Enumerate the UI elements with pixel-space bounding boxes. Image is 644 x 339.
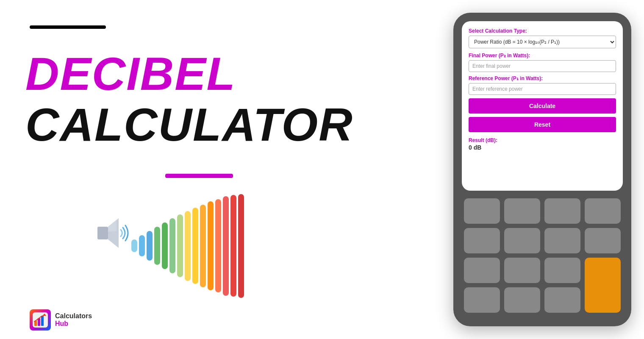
sound-bar-1 [139, 235, 145, 256]
key-7[interactable] [544, 228, 580, 253]
calculate-button[interactable]: Calculate [469, 98, 616, 114]
key-1[interactable] [464, 198, 500, 224]
sound-bars-container [131, 191, 244, 301]
final-power-input[interactable] [469, 60, 616, 72]
title-calculator: CALCULATOR [25, 97, 353, 151]
key-12[interactable] [464, 287, 500, 313]
calculator-device: Select Calculation Type: Power Ratio (dB… [453, 13, 631, 326]
key-13[interactable] [504, 287, 540, 313]
logo-icon [30, 309, 51, 331]
key-9[interactable] [464, 258, 500, 283]
sound-wave-illustration [93, 186, 339, 314]
logo-hub: Hub [55, 320, 92, 328]
svg-marker-2 [108, 220, 117, 232]
key-5[interactable] [464, 228, 500, 253]
sound-bar-6 [177, 214, 183, 277]
sound-bar-12 [223, 196, 229, 296]
sound-bar-3 [154, 227, 160, 265]
key-11[interactable] [544, 258, 580, 283]
decorative-purple-bar [165, 174, 233, 178]
sound-bar-7 [185, 211, 191, 281]
svg-rect-5 [38, 318, 40, 326]
sound-bar-2 [147, 231, 153, 261]
sound-bar-4 [162, 222, 168, 269]
key-6[interactable] [504, 228, 540, 253]
sound-bar-14 [238, 194, 244, 298]
key-4[interactable] [585, 198, 621, 224]
left-content-area: DECIBEL CALCULATOR [25, 0, 407, 339]
calculation-type-select[interactable]: Power Ratio (dB = 10 × log₁₀(P₂ / P₁)) V… [469, 36, 616, 48]
title-decibel: DECIBEL [25, 47, 236, 100]
logo-text: Calculators Hub [55, 312, 92, 328]
sound-bar-13 [230, 195, 236, 297]
logo-calculators: Calculators [55, 312, 92, 320]
sound-bar-10 [208, 201, 214, 290]
sound-bar-0 [131, 239, 137, 252]
final-power-label: Final Power (P₂ in Watts): [469, 53, 616, 58]
key-8[interactable] [585, 228, 621, 253]
sound-bar-9 [200, 205, 206, 287]
key-14[interactable] [544, 287, 580, 313]
key-equals[interactable] [585, 258, 621, 313]
key-2[interactable] [504, 198, 540, 224]
select-calculation-label: Select Calculation Type: [469, 28, 616, 34]
keypad [462, 198, 623, 313]
svg-rect-6 [41, 316, 44, 326]
reset-button[interactable]: Reset [469, 117, 616, 132]
speaker-icon [93, 212, 136, 254]
reference-power-label: Reference Power (P₁ in Watts): [469, 75, 616, 81]
logo-area: Calculators Hub [30, 309, 92, 331]
sound-bar-5 [169, 218, 175, 273]
sound-bar-8 [192, 208, 198, 284]
result-value: 0 dB [469, 144, 616, 151]
svg-rect-0 [97, 227, 108, 239]
result-label: Result (dB): [469, 137, 616, 143]
calculator-screen: Select Calculation Type: Power Ratio (dB… [462, 21, 623, 191]
reference-power-input[interactable] [469, 83, 616, 95]
key-3[interactable] [544, 198, 580, 224]
decorative-top-bar [30, 25, 106, 29]
sound-bar-11 [215, 199, 221, 292]
key-10[interactable] [504, 258, 540, 283]
